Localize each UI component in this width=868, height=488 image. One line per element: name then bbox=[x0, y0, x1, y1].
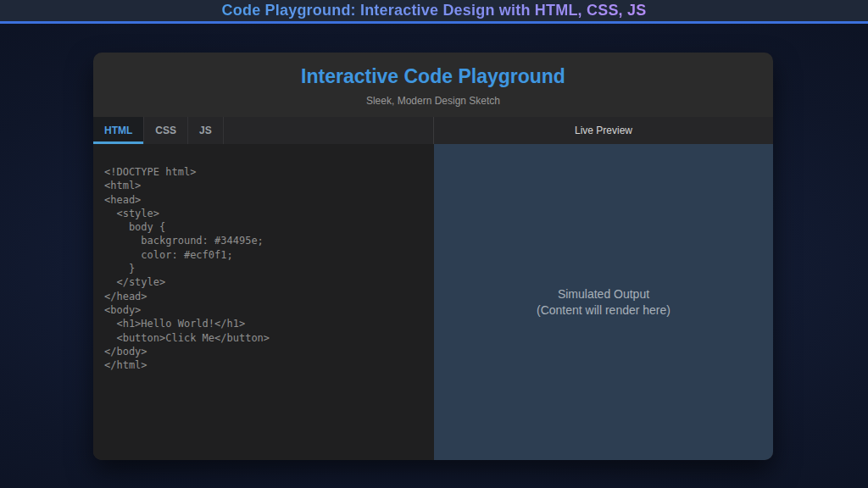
page-header: Code Playground: Interactive Design with… bbox=[0, 0, 868, 24]
code-line: <html> bbox=[104, 179, 426, 192]
code-line: } bbox=[104, 262, 426, 275]
code-line: </head> bbox=[104, 290, 426, 303]
preview-placeholder-line2: (Content will render here) bbox=[537, 302, 670, 319]
code-line: body { bbox=[104, 220, 426, 234]
tab-css[interactable]: CSS bbox=[144, 117, 188, 144]
code-line: <style> bbox=[104, 207, 426, 220]
tab-html[interactable]: HTML bbox=[93, 117, 144, 144]
code-line: <button>Click Me</button> bbox=[104, 331, 426, 345]
card-content: <!DOCTYPE html> <html> <head> <style> bo… bbox=[93, 144, 773, 460]
playground-card: Interactive Code Playground Sleek, Moder… bbox=[93, 53, 773, 460]
preview-placeholder-line1: Simulated Output bbox=[558, 286, 649, 302]
code-line: <!DOCTYPE html> bbox=[104, 165, 426, 179]
code-line: </body> bbox=[104, 345, 426, 358]
tab-js[interactable]: JS bbox=[188, 117, 224, 144]
tab-row: HTML CSS JS Live Preview bbox=[93, 117, 773, 144]
code-line: color: #ecf0f1; bbox=[104, 248, 426, 262]
code-line: </style> bbox=[104, 275, 426, 289]
editor-tabs: HTML CSS JS bbox=[93, 117, 434, 144]
live-preview-pane: Simulated Output (Content will render he… bbox=[434, 144, 773, 460]
card-header: Interactive Code Playground Sleek, Moder… bbox=[93, 53, 773, 117]
code-editor[interactable]: <!DOCTYPE html> <html> <head> <style> bo… bbox=[93, 144, 434, 460]
live-preview-header: Live Preview bbox=[434, 117, 773, 144]
code-line: <body> bbox=[104, 303, 426, 317]
page-title: Code Playground: Interactive Design with… bbox=[222, 2, 647, 19]
code-line: background: #34495e; bbox=[104, 234, 426, 247]
card-title: Interactive Code Playground bbox=[93, 65, 773, 88]
code-line: <head> bbox=[104, 193, 426, 207]
card-subtitle: Sleek, Modern Design Sketch bbox=[93, 95, 773, 107]
code-line: </html> bbox=[104, 358, 426, 372]
code-line: <h1>Hello World!</h1> bbox=[104, 317, 426, 330]
